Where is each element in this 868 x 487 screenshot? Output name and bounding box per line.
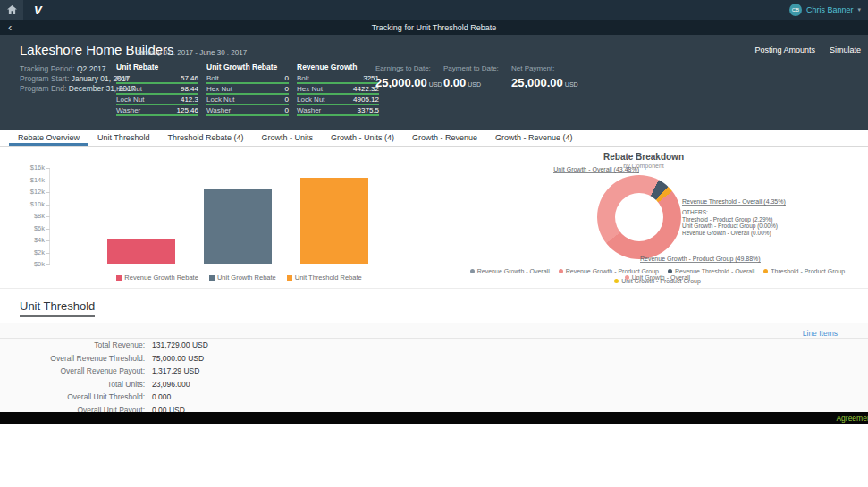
donut-others-title: OTHERS: (682, 209, 778, 216)
donut-callout-link[interactable]: Revenue Growth - Product Group (49.88%) (640, 256, 761, 263)
mini-table-title: Unit Rebate (116, 63, 198, 71)
legend-item-unit-growth-product-group[interactable]: Unit Growth - Product Group (614, 278, 701, 284)
simulate-button[interactable]: Simulate (830, 46, 861, 55)
mini-table-title: Revenue Growth (297, 63, 379, 71)
page-title-bar: ‹ Tracking for Unit Threshold Rebate (0, 20, 868, 35)
donut-callout-others: OTHERS: Threshold - Product Group (2.29%… (682, 209, 778, 236)
legend-marker (209, 275, 215, 281)
bar-unit-threshold-rebate[interactable] (300, 178, 368, 264)
mini-table-revenue-growth: Revenue GrowthBolt3251Hex Nut4422.32Lock… (297, 63, 379, 117)
bar-chart-plot (49, 168, 429, 264)
tab-rebate-overview[interactable]: Rebate Overview (9, 130, 88, 146)
y-axis-tick-label: $12k (5, 189, 45, 196)
back-button[interactable]: ‹ (8, 21, 12, 34)
y-axis-tick-label: $4k (5, 237, 45, 244)
donut-others-lines: Threshold - Product Group (2.29%)Unit Gr… (682, 216, 778, 237)
tab-growth-revenue-4[interactable]: Growth - Revenue (4) (486, 130, 582, 146)
mini-table-row: Lock Nut412.3 (116, 96, 198, 105)
tab-threshold-rebate-4[interactable]: Threshold Rebate (4) (158, 130, 252, 146)
mini-tables: Unit RebateBolt57.46Hex Nut98.44Lock Nut… (116, 63, 379, 117)
tab-growth-revenue[interactable]: Growth - Revenue (403, 130, 486, 146)
legend-item-revenue-threshold-overall[interactable]: Revenue Threshold - Overall (668, 268, 754, 274)
line-items-row: Line Items (0, 323, 868, 339)
charts-section: $16k$14k$12k$10k$8k$6k$4k$2k$0k Revenue … (0, 147, 868, 288)
axis-tick (46, 240, 50, 241)
legend-marker (287, 275, 292, 281)
program-date-range: January 01 , 2017 - June 30 , 2017 (136, 48, 247, 56)
legend-dot (470, 269, 475, 273)
unit-threshold-panel: Line Items Total Revenue:131,729.00 USDO… (0, 323, 868, 412)
legend-dot (559, 269, 563, 273)
donut-others-line: Threshold - Product Group (2.29%) (682, 216, 778, 223)
y-axis-tick-label: $16k (5, 164, 45, 172)
detail-row: Overall Revenue Payout:1,317.29 USD (0, 365, 868, 378)
mini-table-row: Hex Nut0 (206, 85, 289, 95)
legend-item-revenue-growth-product-group[interactable]: Revenue Growth - Product Group (559, 268, 659, 274)
donut-callout-link[interactable]: Unit Growth - Overall (43.48%) (553, 166, 639, 173)
detail-row: Overall Revenue Threshold:75,000.00 USD (0, 352, 868, 365)
page-title: Tracking for Unit Threshold Rebate (0, 23, 868, 32)
mini-table-row: Washer125.46 (116, 106, 198, 116)
tab-bar: Rebate OverviewUnit ThresholdThreshold R… (0, 130, 868, 147)
unit-threshold-section: Unit Threshold Line Items Total Revenue:… (0, 288, 868, 412)
legend-item-threshold-product-group[interactable]: Threshold - Product Group (763, 268, 845, 274)
legend-dot (763, 269, 768, 273)
user-menu[interactable]: Chris Banner (806, 5, 854, 14)
axis-tick (46, 253, 50, 254)
unit-threshold-rows: Total Revenue:131,729.00 USDOverall Reve… (0, 339, 868, 412)
mini-table-unit-rebate: Unit RebateBolt57.46Hex Nut98.44Lock Nut… (116, 63, 198, 117)
donut-others-line: Revenue Growth - Overall (0.00%) (682, 230, 778, 237)
header-totals: Earnings to Date:25,000.00USDPayment to … (375, 64, 570, 89)
tab-growth-units-4[interactable]: Growth - Units (4) (322, 130, 403, 146)
y-axis-tick-label: $2k (5, 249, 45, 256)
donut-callout-revenue-growth-product-group: Revenue Growth - Product Group (49.88%) (640, 256, 761, 263)
bar-chart-y-axis: $16k$14k$12k$10k$8k$6k$4k$2k$0k (5, 168, 45, 264)
legend-marker (116, 275, 122, 281)
header-actions: Posting AmountsSimulate (754, 46, 861, 55)
house-icon (7, 5, 17, 14)
axis-tick (46, 216, 50, 217)
tab-unit-threshold[interactable]: Unit Threshold (88, 130, 158, 146)
donut-legend-row-2: Unit Growth - Product Group (447, 278, 868, 284)
axis-tick (46, 229, 50, 230)
y-axis-tick-label: $14k (5, 177, 45, 184)
chevron-down-icon[interactable]: ▾ (857, 6, 861, 13)
line-items-link[interactable]: Line Items (803, 329, 838, 338)
legend-item-unit-threshold-rebate[interactable]: Unit Threshold Rebate (287, 273, 362, 281)
legend-item-revenue-growth-overall[interactable]: Revenue Growth - Overall (470, 268, 550, 274)
mini-table-row: Bolt3251 (297, 74, 379, 84)
axis-tick (46, 181, 50, 181)
donut-callout-unit-growth-overall: Unit Growth - Overall (43.48%) (501, 166, 639, 173)
y-axis-tick-label: $0k (5, 261, 45, 268)
legend-dot (614, 279, 619, 283)
tab-growth-units[interactable]: Growth - Units (252, 130, 322, 146)
mini-table-row: Washer0 (206, 106, 289, 116)
y-axis-tick-label: $6k (5, 225, 45, 232)
bar-unit-growth-rebate[interactable] (204, 189, 272, 264)
mini-table-row: Bolt0 (206, 74, 289, 84)
total-earnings-to-date: Earnings to Date:25,000.00USD (375, 64, 434, 89)
axis-tick (46, 168, 50, 169)
avatar[interactable]: CB (789, 4, 802, 16)
mini-table-row: Hex Nut98.44 (116, 85, 198, 95)
posting-amounts-button[interactable]: Posting Amounts (754, 46, 815, 55)
mini-table-row: Washer3375.5 (297, 106, 379, 116)
home-icon[interactable] (0, 0, 23, 20)
vendavo-logo[interactable]: V (34, 4, 42, 17)
donut-chart-area: Rebate Breakdown by Component Unit Growt… (447, 147, 868, 288)
total-net-payment: Net Payment:25,000.00USD (511, 64, 570, 89)
legend-item-unit-growth-rebate[interactable]: Unit Growth Rebate (209, 273, 276, 281)
agreement-link[interactable]: Agreement (836, 414, 868, 423)
legend-dot (668, 269, 672, 273)
section-heading: Unit Threshold (20, 299, 95, 317)
bar-revenue-growth-rebate[interactable] (107, 239, 175, 264)
mini-table-unit-growth-rebate: Unit Growth RebateBolt0Hex Nut0Lock Nut0… (206, 63, 289, 117)
legend-item-revenue-growth-rebate[interactable]: Revenue Growth Rebate (116, 273, 198, 281)
mini-table-title: Unit Growth Rebate (206, 63, 289, 71)
donut-callout-revenue-threshold-overall: Revenue Threshold - Overall (4.35%) (682, 198, 786, 206)
donut-hole (615, 193, 663, 241)
mini-table-row: Lock Nut4905.12 (297, 96, 379, 105)
donut-ring[interactable] (597, 175, 681, 259)
donut-callout-link[interactable]: Revenue Threshold - Overall (4.35%) (682, 198, 786, 206)
mini-table-row: Hex Nut4422.32 (297, 85, 379, 95)
